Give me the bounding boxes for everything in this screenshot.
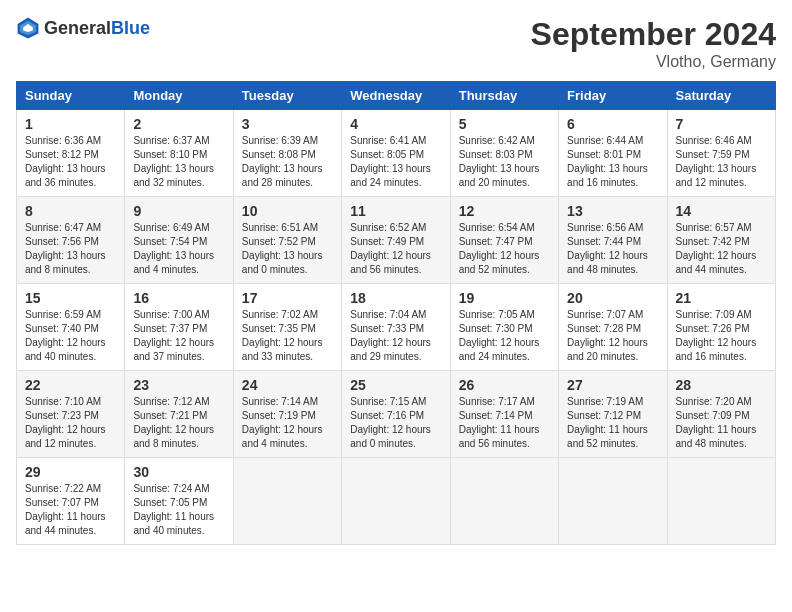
day-number: 30 [133, 464, 224, 480]
month-title: September 2024 [531, 16, 776, 53]
day-info: Sunrise: 6:54 AM Sunset: 7:47 PM Dayligh… [459, 221, 550, 277]
calendar-cell [342, 458, 450, 545]
column-header-saturday: Saturday [667, 82, 775, 110]
calendar-cell [450, 458, 558, 545]
calendar-cell: 15Sunrise: 6:59 AM Sunset: 7:40 PM Dayli… [17, 284, 125, 371]
day-number: 18 [350, 290, 441, 306]
day-number: 11 [350, 203, 441, 219]
calendar-cell: 10Sunrise: 6:51 AM Sunset: 7:52 PM Dayli… [233, 197, 341, 284]
day-info: Sunrise: 7:07 AM Sunset: 7:28 PM Dayligh… [567, 308, 658, 364]
day-number: 10 [242, 203, 333, 219]
day-info: Sunrise: 6:46 AM Sunset: 7:59 PM Dayligh… [676, 134, 767, 190]
day-number: 7 [676, 116, 767, 132]
day-info: Sunrise: 7:04 AM Sunset: 7:33 PM Dayligh… [350, 308, 441, 364]
day-number: 20 [567, 290, 658, 306]
day-info: Sunrise: 6:52 AM Sunset: 7:49 PM Dayligh… [350, 221, 441, 277]
day-info: Sunrise: 7:12 AM Sunset: 7:21 PM Dayligh… [133, 395, 224, 451]
column-header-thursday: Thursday [450, 82, 558, 110]
calendar-cell: 13Sunrise: 6:56 AM Sunset: 7:44 PM Dayli… [559, 197, 667, 284]
day-number: 23 [133, 377, 224, 393]
day-info: Sunrise: 7:17 AM Sunset: 7:14 PM Dayligh… [459, 395, 550, 451]
day-number: 21 [676, 290, 767, 306]
column-header-monday: Monday [125, 82, 233, 110]
day-number: 2 [133, 116, 224, 132]
calendar-week-4: 22Sunrise: 7:10 AM Sunset: 7:23 PM Dayli… [17, 371, 776, 458]
location-title: Vlotho, Germany [531, 53, 776, 71]
calendar-cell: 9Sunrise: 6:49 AM Sunset: 7:54 PM Daylig… [125, 197, 233, 284]
day-number: 12 [459, 203, 550, 219]
calendar-cell: 24Sunrise: 7:14 AM Sunset: 7:19 PM Dayli… [233, 371, 341, 458]
day-number: 14 [676, 203, 767, 219]
day-info: Sunrise: 7:19 AM Sunset: 7:12 PM Dayligh… [567, 395, 658, 451]
day-info: Sunrise: 7:10 AM Sunset: 7:23 PM Dayligh… [25, 395, 116, 451]
day-info: Sunrise: 7:24 AM Sunset: 7:05 PM Dayligh… [133, 482, 224, 538]
logo-text-blue: Blue [111, 18, 150, 38]
day-number: 5 [459, 116, 550, 132]
calendar-cell [233, 458, 341, 545]
calendar-cell: 12Sunrise: 6:54 AM Sunset: 7:47 PM Dayli… [450, 197, 558, 284]
day-info: Sunrise: 7:00 AM Sunset: 7:37 PM Dayligh… [133, 308, 224, 364]
logo-text-general: General [44, 18, 111, 38]
day-number: 16 [133, 290, 224, 306]
day-number: 27 [567, 377, 658, 393]
calendar-cell: 23Sunrise: 7:12 AM Sunset: 7:21 PM Dayli… [125, 371, 233, 458]
day-number: 19 [459, 290, 550, 306]
day-info: Sunrise: 6:49 AM Sunset: 7:54 PM Dayligh… [133, 221, 224, 277]
calendar-cell: 8Sunrise: 6:47 AM Sunset: 7:56 PM Daylig… [17, 197, 125, 284]
calendar-cell: 20Sunrise: 7:07 AM Sunset: 7:28 PM Dayli… [559, 284, 667, 371]
calendar-week-2: 8Sunrise: 6:47 AM Sunset: 7:56 PM Daylig… [17, 197, 776, 284]
calendar-cell: 5Sunrise: 6:42 AM Sunset: 8:03 PM Daylig… [450, 110, 558, 197]
calendar-cell: 17Sunrise: 7:02 AM Sunset: 7:35 PM Dayli… [233, 284, 341, 371]
day-number: 17 [242, 290, 333, 306]
calendar-cell: 19Sunrise: 7:05 AM Sunset: 7:30 PM Dayli… [450, 284, 558, 371]
calendar-cell: 21Sunrise: 7:09 AM Sunset: 7:26 PM Dayli… [667, 284, 775, 371]
column-header-friday: Friday [559, 82, 667, 110]
day-number: 4 [350, 116, 441, 132]
day-number: 8 [25, 203, 116, 219]
calendar-header-row: SundayMondayTuesdayWednesdayThursdayFrid… [17, 82, 776, 110]
calendar-cell: 3Sunrise: 6:39 AM Sunset: 8:08 PM Daylig… [233, 110, 341, 197]
calendar-cell: 16Sunrise: 7:00 AM Sunset: 7:37 PM Dayli… [125, 284, 233, 371]
calendar-cell [559, 458, 667, 545]
day-info: Sunrise: 6:39 AM Sunset: 8:08 PM Dayligh… [242, 134, 333, 190]
calendar-cell: 18Sunrise: 7:04 AM Sunset: 7:33 PM Dayli… [342, 284, 450, 371]
calendar-cell: 6Sunrise: 6:44 AM Sunset: 8:01 PM Daylig… [559, 110, 667, 197]
day-info: Sunrise: 7:09 AM Sunset: 7:26 PM Dayligh… [676, 308, 767, 364]
calendar-week-3: 15Sunrise: 6:59 AM Sunset: 7:40 PM Dayli… [17, 284, 776, 371]
calendar-cell: 30Sunrise: 7:24 AM Sunset: 7:05 PM Dayli… [125, 458, 233, 545]
day-number: 13 [567, 203, 658, 219]
day-number: 28 [676, 377, 767, 393]
day-info: Sunrise: 6:51 AM Sunset: 7:52 PM Dayligh… [242, 221, 333, 277]
day-info: Sunrise: 7:14 AM Sunset: 7:19 PM Dayligh… [242, 395, 333, 451]
day-info: Sunrise: 6:59 AM Sunset: 7:40 PM Dayligh… [25, 308, 116, 364]
day-number: 22 [25, 377, 116, 393]
calendar-week-5: 29Sunrise: 7:22 AM Sunset: 7:07 PM Dayli… [17, 458, 776, 545]
logo-icon [16, 16, 40, 40]
calendar-cell [667, 458, 775, 545]
column-header-tuesday: Tuesday [233, 82, 341, 110]
calendar-cell: 14Sunrise: 6:57 AM Sunset: 7:42 PM Dayli… [667, 197, 775, 284]
day-info: Sunrise: 6:44 AM Sunset: 8:01 PM Dayligh… [567, 134, 658, 190]
day-info: Sunrise: 6:36 AM Sunset: 8:12 PM Dayligh… [25, 134, 116, 190]
day-number: 9 [133, 203, 224, 219]
day-number: 1 [25, 116, 116, 132]
day-info: Sunrise: 7:05 AM Sunset: 7:30 PM Dayligh… [459, 308, 550, 364]
day-info: Sunrise: 6:57 AM Sunset: 7:42 PM Dayligh… [676, 221, 767, 277]
column-header-sunday: Sunday [17, 82, 125, 110]
calendar-week-1: 1Sunrise: 6:36 AM Sunset: 8:12 PM Daylig… [17, 110, 776, 197]
day-number: 24 [242, 377, 333, 393]
calendar-cell: 26Sunrise: 7:17 AM Sunset: 7:14 PM Dayli… [450, 371, 558, 458]
calendar-cell: 4Sunrise: 6:41 AM Sunset: 8:05 PM Daylig… [342, 110, 450, 197]
day-number: 3 [242, 116, 333, 132]
page-header: GeneralBlue September 2024 Vlotho, Germa… [16, 16, 776, 71]
calendar-cell: 11Sunrise: 6:52 AM Sunset: 7:49 PM Dayli… [342, 197, 450, 284]
day-number: 6 [567, 116, 658, 132]
day-info: Sunrise: 7:15 AM Sunset: 7:16 PM Dayligh… [350, 395, 441, 451]
day-info: Sunrise: 6:37 AM Sunset: 8:10 PM Dayligh… [133, 134, 224, 190]
calendar-cell: 1Sunrise: 6:36 AM Sunset: 8:12 PM Daylig… [17, 110, 125, 197]
column-header-wednesday: Wednesday [342, 82, 450, 110]
day-number: 29 [25, 464, 116, 480]
calendar-table: SundayMondayTuesdayWednesdayThursdayFrid… [16, 81, 776, 545]
day-info: Sunrise: 7:02 AM Sunset: 7:35 PM Dayligh… [242, 308, 333, 364]
calendar-body: 1Sunrise: 6:36 AM Sunset: 8:12 PM Daylig… [17, 110, 776, 545]
